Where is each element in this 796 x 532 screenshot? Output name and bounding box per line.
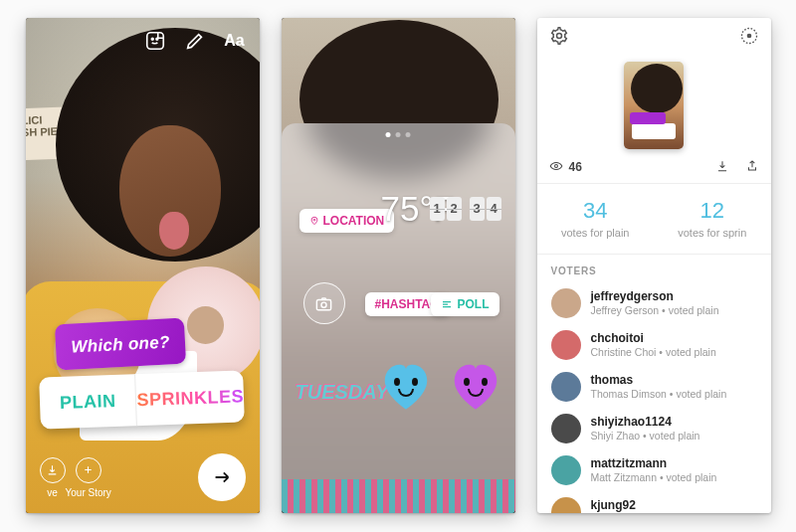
voter-username: jeffreydgerson [591,289,719,304]
voter-detail: Thomas Dimson • voted plain [591,388,727,402]
story-thumbnail[interactable] [624,62,684,149]
poll-sticker[interactable]: POLL [431,292,499,316]
voter-row[interactable]: kjung92Kevin Jung • voted plain [537,491,771,513]
voter-username: thomas [591,373,727,388]
heart-sticker-purple[interactable] [447,360,504,412]
draw-icon[interactable] [184,30,206,52]
vote-counts: 34 votes for plain 12 votes for sprin [537,184,771,255]
voter-row[interactable]: mattzitzmannMatt Zitzmann • voted plain [537,449,771,491]
voters-heading: VOTERS [537,255,771,282]
your-story-button[interactable]: Your Story [66,457,111,498]
svg-point-2 [155,38,157,40]
share-icon[interactable] [745,159,759,175]
results-topbar [537,18,771,58]
svg-point-3 [313,219,315,221]
plus-icon [76,457,101,483]
download-icon[interactable] [715,159,729,175]
poll-options-sticker[interactable]: PLAIN SPRINKLES [39,370,245,429]
voter-row[interactable]: thomasThomas Dimson • voted plain [537,366,771,408]
avatar [551,497,581,513]
svg-rect-0 [146,33,163,50]
poll-option-b[interactable]: SPRINKLES [135,370,244,426]
save-icon [40,457,66,483]
poll-question-text: Which one? [54,318,185,371]
voter-row[interactable]: jeffreydgersonJeffrey Gerson • voted pla… [537,282,771,324]
avatar [551,455,581,485]
story-compose-screen: LICISH PIES Aa Which one? PLAIN SPRINKLE… [26,18,260,513]
svg-point-8 [747,34,750,37]
avatar [551,372,581,402]
selfie-sticker-button[interactable] [303,282,345,324]
compose-bottom-bar: ve Your Story [26,453,260,501]
voter-username: shiyizhao1124 [591,415,700,430]
voter-username: kjung92 [591,498,702,513]
compose-toolbar: Aa [144,30,246,52]
subject-tongue [159,212,189,250]
votes-sprinkles: 12 votes for sprin [654,200,771,240]
weekday-sticker[interactable]: TUESDAY [296,382,389,402]
voter-detail: Matt Zitzmann • voted plain [591,471,717,485]
voter-detail: Christine Choi • voted plain [591,346,716,360]
voter-username: mattzitzmann [591,456,717,471]
svg-point-1 [151,38,153,40]
views-row: 46 [537,149,771,184]
insights-icon[interactable] [739,26,759,50]
avatar [551,330,581,360]
settings-icon[interactable] [549,26,569,50]
svg-point-5 [321,302,326,307]
heart-sticker-blue[interactable] [377,360,435,412]
voter-row[interactable]: shiyizhao1124Shiyi Zhao • voted plain [537,408,771,449]
tray-page-dots [386,132,411,137]
clock-sticker[interactable]: 1234 [430,197,501,221]
avatar [551,414,581,443]
avatar [551,288,581,318]
votes-plain: 34 votes for plain [537,200,655,240]
voter-row[interactable]: chchoitoiChristine Choi • voted plain [537,324,771,366]
poll-option-a[interactable]: PLAIN [39,374,137,429]
voter-username: chchoitoi [591,331,716,346]
voter-detail: Shiyi Zhao • voted plain [591,430,700,443]
view-count: 46 [569,161,582,173]
voters-list: jeffreydgersonJeffrey Gerson • voted pla… [537,282,771,513]
eye-icon [549,159,563,175]
svg-rect-4 [316,299,330,309]
send-to-button[interactable] [198,453,246,501]
sticker-icon[interactable] [144,30,166,52]
voter-detail: Jeffrey Gerson • voted plain [591,304,719,318]
text-tool-button[interactable]: Aa [224,30,246,52]
poll-question-sticker[interactable]: Which one? [54,318,185,371]
pattern-sticker-row[interactable] [282,479,515,513]
sticker-tray-screen: LOCATION 75°F 1234 #HASHTAG POLL TUESDAY [282,18,515,513]
save-button[interactable]: ve [40,457,66,498]
poll-results-screen: 46 34 votes for plain 12 votes for sprin… [537,18,771,513]
svg-point-9 [554,165,557,168]
svg-point-6 [556,34,561,39]
sticker-tray[interactable]: LOCATION 75°F 1234 #HASHTAG POLL TUESDAY [282,123,515,513]
